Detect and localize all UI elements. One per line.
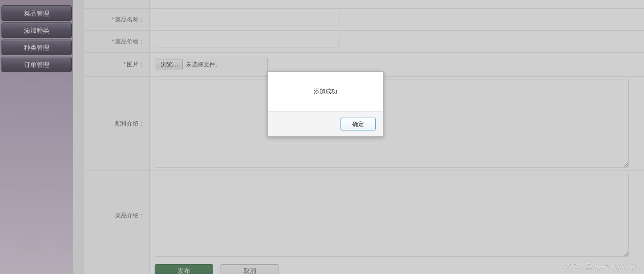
label-ingredients: 配料介绍：: [84, 77, 150, 170]
val-dish-price: [150, 31, 644, 52]
required-star: *: [112, 38, 114, 45]
sidebar-item-label: 种类管理: [24, 44, 49, 51]
alert-modal: 添加成功 确定: [267, 71, 383, 137]
sidebar-item-dish-manage[interactable]: 菜品管理: [1, 5, 72, 21]
row-actions: 发布 取消: [84, 260, 644, 274]
label-actions: [84, 260, 150, 274]
modal-footer: 确定: [268, 112, 383, 136]
sidebar-item-label: 菜品管理: [24, 10, 49, 17]
spacer-label: [84, 0, 150, 8]
val-description: [150, 171, 644, 260]
form-area: *菜品名称： *菜品价格： *图片： 浏览… 未选择文件。 配料介绍：: [84, 0, 644, 274]
label-dish-name: *菜品名称：: [84, 9, 150, 30]
row-dish-price: *菜品价格：: [84, 31, 644, 53]
row-dish-name: *菜品名称：: [84, 9, 644, 31]
label-text: 菜品名称：: [115, 16, 144, 24]
val-actions: 发布 取消: [150, 260, 644, 274]
row-top-spacer: [84, 0, 644, 9]
label-dish-price: *菜品价格：: [84, 31, 150, 52]
sidebar-item-add-category[interactable]: 添加种类: [1, 22, 72, 38]
spacer-val: [150, 0, 644, 8]
modal-ok-button[interactable]: 确定: [341, 118, 376, 130]
label-text: 菜品介绍：: [115, 211, 144, 220]
dish-price-input[interactable]: [155, 36, 340, 47]
file-picker[interactable]: 浏览… 未选择文件。: [155, 58, 268, 71]
row-description: 菜品介绍：: [84, 171, 644, 260]
val-dish-name: [150, 9, 644, 30]
layout-gap: [73, 0, 84, 274]
file-status-text: 未选择文件。: [186, 61, 221, 69]
label-image: *图片：: [84, 53, 150, 76]
label-text: 图片：: [127, 61, 144, 69]
sidebar-item-label: 添加种类: [24, 27, 49, 34]
sidebar-item-category-manage[interactable]: 种类管理: [1, 40, 72, 55]
label-description: 菜品介绍：: [84, 171, 150, 260]
sidebar-item-label: 订单管理: [24, 61, 49, 68]
modal-message: 添加成功: [268, 72, 383, 112]
label-text: 配料介绍：: [115, 120, 144, 128]
required-star: *: [112, 16, 114, 23]
val-ingredients: [150, 77, 644, 170]
description-textarea[interactable]: [155, 174, 629, 257]
page-layout: 菜品管理 添加种类 种类管理 订单管理 *菜品名称： *菜品价格： *图片：: [0, 0, 644, 274]
val-image: 浏览… 未选择文件。: [150, 53, 644, 76]
sidebar: 菜品管理 添加种类 种类管理 订单管理: [0, 0, 73, 274]
required-star: *: [123, 61, 126, 68]
cancel-button[interactable]: 取消: [221, 264, 279, 274]
sidebar-item-order-manage[interactable]: 订单管理: [1, 57, 72, 72]
submit-button[interactable]: 发布: [155, 264, 213, 274]
label-text: 菜品价格：: [115, 38, 144, 46]
browse-button[interactable]: 浏览…: [157, 60, 183, 69]
ingredients-textarea[interactable]: [155, 80, 629, 168]
dish-name-input[interactable]: [155, 14, 340, 25]
